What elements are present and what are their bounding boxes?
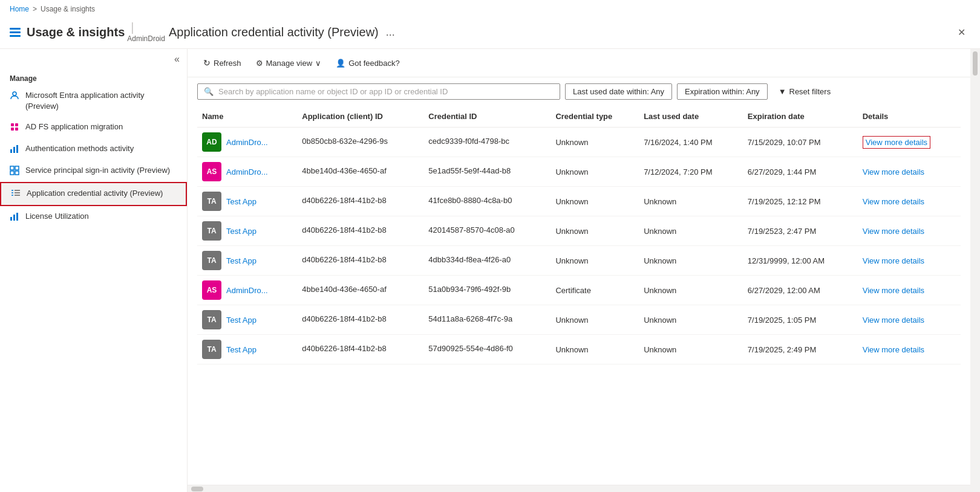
grid-icon [10, 166, 19, 177]
sidebar-item-adfs-migration[interactable]: AD FS application migration [0, 117, 187, 138]
breadcrumb-home[interactable]: Home [10, 5, 29, 13]
sidebar-item-entra-activity[interactable]: Microsoft Entra application activity (Pr… [0, 85, 187, 117]
svg-rect-4 [15, 128, 18, 131]
expiration-date: 6/27/2029, 1:44 PM [748, 167, 816, 176]
sidebar-collapse-area: « [0, 49, 187, 70]
feedback-button[interactable]: 👤 Got feedback? [330, 56, 406, 71]
h-scroll-thumb[interactable] [191, 487, 203, 491]
app-name-link[interactable]: Test App [226, 345, 256, 354]
expiration-date: 7/19/2025, 12:12 PM [748, 197, 821, 206]
feedback-label: Got feedback? [348, 59, 400, 68]
header-menu-button[interactable]: ... [386, 26, 395, 39]
list-icon [11, 189, 21, 200]
app-client-id-cell-6: d40b6226-18f4-41b2-b8 [297, 305, 423, 335]
app-name-link[interactable]: Test App [226, 227, 256, 236]
view-details-link[interactable]: View more details [863, 316, 924, 325]
credential-id-cell-2: 41fce8b0-8880-4c8a-b0 [423, 187, 550, 216]
details-cell-1: View more details [858, 157, 961, 187]
horizontal-scrollbar[interactable] [188, 485, 970, 492]
app-client-id: 0b850cb8-632e-4296-9s [302, 137, 388, 146]
search-box[interactable]: 🔍 [197, 83, 560, 100]
expiration-cell-1: 6/27/2029, 1:44 PM [743, 157, 858, 187]
sidebar-item-license[interactable]: License Utilization [0, 206, 187, 228]
page-title: Usage & insights [27, 25, 125, 39]
table-container: Name Application (client) ID Credential … [188, 106, 970, 485]
last-used-filter-button[interactable]: Last used date within: Any [565, 83, 672, 100]
app-client-id-cell-3: d40b6226-18f4-41b2-b8 [297, 216, 423, 246]
sidebar-item-license-label: License Utilization [25, 211, 89, 222]
credential-id: 54d11a8a-6268-4f7c-9a [428, 314, 512, 323]
name-cell-7: TA Test App [197, 335, 297, 364]
v-scroll-thumb[interactable] [973, 51, 978, 76]
app-client-id: d40b6226-18f4-41b2-b8 [302, 255, 387, 264]
menu-icon [10, 28, 21, 37]
view-details-link[interactable]: View more details [863, 286, 924, 295]
credential-type-cell-3: Unknown [550, 216, 639, 246]
details-cell-4: View more details [858, 246, 961, 276]
vertical-scrollbar[interactable] [970, 49, 980, 492]
sidebar-manage-label: Manage [0, 70, 187, 85]
table-row: TA Test App d40b6226-18f4-41b2-b854d11a8… [197, 305, 961, 335]
sidebar-item-app-credential[interactable]: Application credential activity (Preview… [0, 182, 187, 206]
sidebar-collapse-button[interactable]: « [174, 54, 180, 65]
app-name-link[interactable]: AdminDro... [226, 286, 268, 295]
credential-id-cell-7: 57d90925-554e-4d86-f0 [423, 335, 550, 364]
last-used-cell-7: Unknown [639, 335, 743, 364]
app-client-id-cell-5: 4bbe140d-436e-4650-af [297, 276, 423, 305]
expiration-cell-6: 7/19/2025, 1:05 PM [743, 305, 858, 335]
name-cell-3: TA Test App [197, 216, 297, 246]
last-used-date: Unknown [644, 227, 676, 236]
view-details-link[interactable]: View more details [863, 256, 924, 265]
svg-rect-5 [10, 149, 12, 153]
header-icon [10, 28, 21, 37]
view-details-link[interactable]: View more details [863, 197, 924, 206]
manage-view-button[interactable]: ⚙ Manage view ∨ [250, 56, 328, 71]
credential-type-cell-7: Unknown [550, 335, 639, 364]
app-avatar: AS [202, 280, 221, 300]
last-used-cell-5: Unknown [639, 276, 743, 305]
last-used-cell-6: Unknown [639, 305, 743, 335]
search-input[interactable] [218, 87, 554, 96]
view-details-link[interactable]: View more details [863, 136, 930, 149]
credential-type-cell-1: Unknown [550, 157, 639, 187]
svg-rect-8 [10, 166, 14, 170]
view-details-link[interactable]: View more details [863, 227, 924, 236]
expiration-cell-7: 7/19/2025, 2:49 PM [743, 335, 858, 364]
table-row: AS AdminDro... 4bbe140d-436e-4650-af5e1a… [197, 157, 961, 187]
toolbar: ↻ Refresh ⚙ Manage view ∨ 👤 Got feedback… [188, 49, 970, 77]
app-avatar: TA [202, 251, 221, 270]
credential-id-cell-0: cedc9339-f0fd-4798-bc [423, 128, 550, 157]
sidebar-item-service-principal[interactable]: Service principal sign-in activity (Prev… [0, 160, 187, 182]
app-name-link[interactable]: Test App [226, 316, 256, 325]
icon-line-1 [10, 28, 21, 30]
chart-icon [10, 144, 19, 155]
sidebar-item-auth-methods[interactable]: Authentication methods activity [0, 138, 187, 160]
search-icon: 🔍 [204, 87, 214, 96]
gear-icon: ⚙ [256, 59, 263, 68]
refresh-button[interactable]: ↻ Refresh [197, 55, 247, 71]
expiration-cell-2: 7/19/2025, 12:12 PM [743, 187, 858, 216]
app-avatar: AD [202, 132, 221, 152]
app-container: Home > Usage & insights Usage & insights… [0, 0, 980, 492]
name-cell-1: AS AdminDro... [197, 157, 297, 187]
credential-id-cell-1: 5e1ad55f-5e9f-44ad-b8 [423, 157, 550, 187]
chevron-down-icon: ∨ [315, 59, 321, 68]
svg-rect-2 [15, 123, 18, 126]
view-details-link[interactable]: View more details [863, 167, 924, 176]
expiration-filter-button[interactable]: Expiration within: Any [677, 83, 768, 100]
sidebar-item-adfs-label: AD FS application migration [25, 121, 123, 132]
app-name-link[interactable]: AdminDro... [226, 138, 268, 147]
details-cell-7: View more details [858, 335, 961, 364]
app-client-id-cell-4: d40b6226-18f4-41b2-b8 [297, 246, 423, 276]
table-header: Name Application (client) ID Credential … [197, 106, 961, 128]
app-client-id-cell-2: d40b6226-18f4-41b2-b8 [297, 187, 423, 216]
name-cell-5: AS AdminDro... [197, 276, 297, 305]
app-name-link[interactable]: Test App [226, 197, 256, 206]
view-details-link[interactable]: View more details [863, 345, 924, 354]
app-name-link[interactable]: Test App [226, 256, 256, 265]
col-credential-type: Credential type [550, 106, 639, 128]
filter-bar: 🔍 Last used date within: Any Expiration … [188, 77, 970, 106]
reset-filters-button[interactable]: ▼ Reset filters [773, 84, 837, 99]
close-button[interactable]: ✕ [953, 24, 970, 40]
app-name-link[interactable]: AdminDro... [226, 167, 268, 176]
